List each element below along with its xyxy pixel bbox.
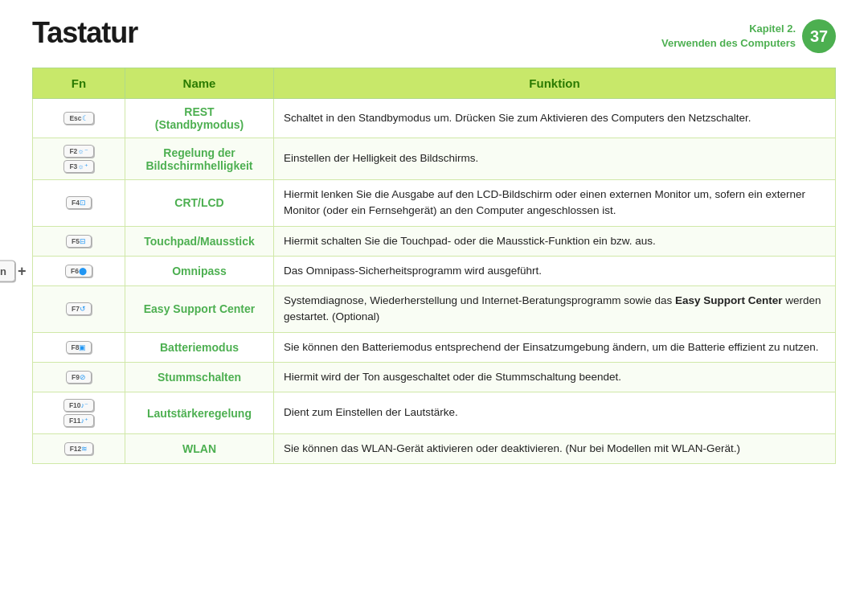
th-name: Name	[125, 68, 274, 99]
th-fn: Fn	[33, 68, 125, 99]
key-icon-f7: F7 ↺	[66, 302, 92, 315]
keyboard-table: Fn Name Funktion Esc ☾ REST(Standbymodus…	[32, 68, 836, 464]
key-icon-f2: F2 ☼⁻	[63, 145, 93, 158]
fn-key-cell: F9 ⊘	[33, 362, 125, 392]
name-cell: Batteriemodus	[125, 332, 274, 362]
key-cell: F2 ☼⁻ F3 ☼⁺	[43, 145, 115, 173]
page-header: Tastatur Kapitel 2. Verwenden des Comput…	[32, 16, 836, 53]
funktion-cell: Dient zum Einstellen der Lautstärke.	[274, 392, 836, 434]
chapter-text: Kapitel 2. Verwenden des Computers	[661, 22, 796, 51]
table-row: Fn + F6 ⬤ Omnipass Das Omnipass-Sicherhe…	[33, 256, 836, 285]
name-cell: WLAN	[125, 434, 274, 464]
page-title: Tastatur	[32, 16, 137, 50]
funktion-text: Hiermit lenken Sie die Ausgabe auf den L…	[284, 188, 805, 216]
name-label: Batteriemodus	[160, 341, 239, 354]
key-icon-f5: F5 ⊟	[66, 235, 92, 248]
name-cell: CRT/LCD	[125, 180, 274, 227]
name-label: Stummschalten	[158, 371, 241, 384]
fn-key-cell: F4 ⊡	[33, 180, 125, 227]
chapter-info: Kapitel 2. Verwenden des Computers 37	[661, 19, 836, 53]
name-cell: Stummschalten	[125, 362, 274, 392]
table-row: F7 ↺ Easy Support Center Systemdiagnose,…	[33, 286, 836, 333]
funktion-cell: Hiermit schalten Sie die Touchpad- oder …	[274, 226, 836, 256]
funktion-cell: Schaltet in den Standbymodus um. Drücken…	[274, 99, 836, 138]
table-row: F12 ≋ WLAN Sie können das WLAN-Gerät akt…	[33, 434, 836, 464]
funktion-text: Das Omnipass-Sicherheitsprogramm wird au…	[284, 265, 542, 277]
funktion-cell: Einstellen der Helligkeit des Bildschirm…	[274, 138, 836, 180]
key-cell: Esc ☾	[43, 112, 115, 125]
key-icon-f3: F3 ☼⁺	[63, 160, 93, 173]
key-cell: F10 ♪⁻ F11 ♪⁺	[43, 399, 115, 427]
key-cell: F4 ⊡	[43, 196, 115, 209]
name-label: Touchpad/Mausstick	[144, 235, 254, 248]
key-icon-esc: Esc ☾	[63, 112, 93, 125]
key-icon-f8: F8 ▣	[66, 341, 92, 354]
fn-key-cell: Esc ☾	[33, 99, 125, 138]
fn-key-cell: F7 ↺	[33, 286, 125, 333]
name-label: Regelung derBildschirmhelligkeit	[145, 146, 252, 172]
name-cell: Easy Support Center	[125, 286, 274, 333]
funktion-cell: Systemdiagnose, Wiederherstellung und In…	[274, 286, 836, 333]
table-row: F9 ⊘ Stummschalten Hiermit wird der Ton …	[33, 362, 836, 392]
key-icon-f9: F9 ⊘	[66, 371, 92, 384]
name-cell: Touchpad/Mausstick	[125, 226, 274, 256]
chapter-label: Kapitel 2.	[661, 22, 796, 36]
chapter-subtitle: Verwenden des Computers	[661, 36, 796, 51]
funktion-text: Systemdiagnose, Wiederherstellung und In…	[284, 294, 821, 322]
funktion-text: Sie können das WLAN-Gerät aktivieren ode…	[284, 442, 740, 454]
key-cell: F9 ⊘	[43, 371, 115, 384]
name-label: Easy Support Center	[144, 302, 255, 315]
table-row: F10 ♪⁻ F11 ♪⁺ Lautstärkeregelung Dient z…	[33, 392, 836, 434]
key-icon-f12: F12 ≋	[64, 442, 94, 455]
fn-key-cell: F12 ≋	[33, 434, 125, 464]
funktion-cell: Sie können das WLAN-Gerät aktivieren ode…	[274, 434, 836, 464]
name-label: WLAN	[182, 442, 216, 455]
funktion-cell: Sie können den Batteriemodus entsprechen…	[274, 332, 836, 362]
name-cell: Omnipass	[125, 256, 274, 285]
fn-key-cell: F5 ⊟	[33, 226, 125, 256]
fn-key-cell: Fn + F6 ⬤	[33, 256, 125, 285]
table-row: F4 ⊡ CRT/LCD Hiermit lenken Sie die Ausg…	[33, 180, 836, 227]
key-cell: F8 ▣	[43, 341, 115, 354]
key-cell: F5 ⊟	[43, 235, 115, 248]
table-header-row: Fn Name Funktion	[33, 68, 836, 99]
name-label: REST(Standbymodus)	[155, 105, 244, 131]
funktion-cell: Hiermit wird der Ton ausgeschaltet oder …	[274, 362, 836, 392]
key-icon-f6: F6 ⬤	[65, 265, 92, 277]
name-label: Omnipass	[172, 265, 227, 277]
table-row: F8 ▣ Batteriemodus Sie können den Batter…	[33, 332, 836, 362]
name-label: Lautstärkeregelung	[147, 407, 252, 420]
table-row: F2 ☼⁻ F3 ☼⁺ Regelung derBildschirmhellig…	[33, 138, 836, 180]
funktion-text: Schaltet in den Standbymodus um. Drücken…	[284, 112, 751, 124]
key-icon-f10: F10 ♪⁻	[63, 399, 94, 412]
funktion-text: Sie können den Batteriemodus entsprechen…	[284, 341, 818, 353]
fn-key-cell: F2 ☼⁻ F3 ☼⁺	[33, 138, 125, 180]
fn-key-cell: F10 ♪⁻ F11 ♪⁺	[33, 392, 125, 434]
fn-key-cell: F8 ▣	[33, 332, 125, 362]
key-icon-f11: F11 ♪⁺	[63, 414, 94, 427]
name-label: CRT/LCD	[174, 196, 223, 209]
key-cell: F6 ⬤	[43, 265, 115, 277]
key-cell: F7 ↺	[43, 302, 115, 315]
fn-key: Fn	[0, 260, 15, 281]
th-funktion: Funktion	[274, 68, 836, 99]
key-icon-f4: F4 ⊡	[66, 196, 92, 209]
chapter-badge: 37	[802, 19, 836, 53]
funktion-cell: Das Omnipass-Sicherheitsprogramm wird au…	[274, 256, 836, 285]
table-row: Esc ☾ REST(Standbymodus) Schaltet in den…	[33, 99, 836, 138]
name-cell: Lautstärkeregelung	[125, 392, 274, 434]
funktion-text: Hiermit schalten Sie die Touchpad- oder …	[284, 235, 656, 247]
funktion-cell: Hiermit lenken Sie die Ausgabe auf den L…	[274, 180, 836, 227]
key-cell: F12 ≋	[43, 442, 115, 455]
table-row: F5 ⊟ Touchpad/Mausstick Hiermit schalten…	[33, 226, 836, 256]
funktion-text: Einstellen der Helligkeit des Bildschirm…	[284, 152, 478, 164]
name-cell: Regelung derBildschirmhelligkeit	[125, 138, 274, 180]
funktion-text: Hiermit wird der Ton ausgeschaltet oder …	[284, 371, 621, 383]
name-cell: REST(Standbymodus)	[125, 99, 274, 138]
funktion-text: Dient zum Einstellen der Lautstärke.	[284, 406, 458, 418]
